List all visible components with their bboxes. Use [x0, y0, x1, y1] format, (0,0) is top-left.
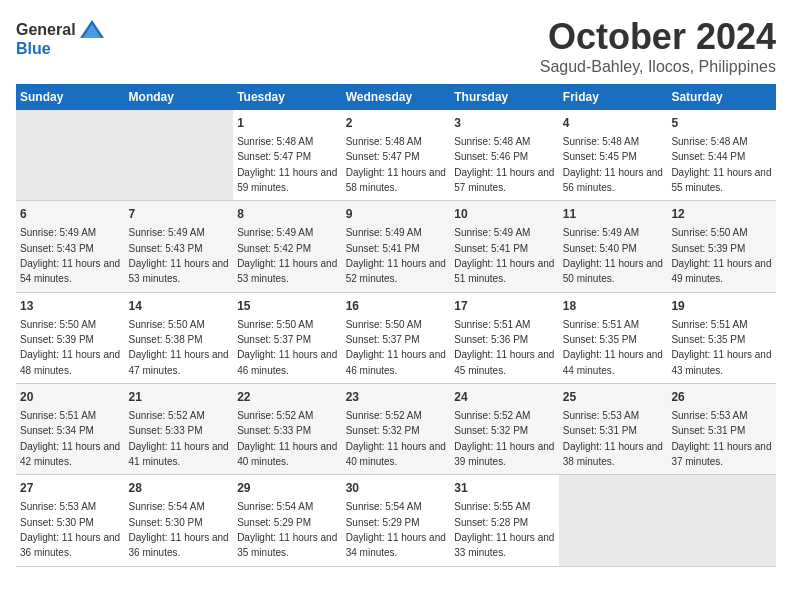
calendar-cell: 19 Sunrise: 5:51 AM Sunset: 5:35 PM Dayl…	[667, 292, 776, 383]
sunrise-text: Sunrise: 5:49 AM	[454, 227, 530, 238]
daylight-text: Daylight: 11 hours and 39 minutes.	[454, 441, 554, 467]
day-number: 5	[671, 115, 772, 132]
calendar-cell: 10 Sunrise: 5:49 AM Sunset: 5:41 PM Dayl…	[450, 201, 559, 292]
sunrise-text: Sunrise: 5:50 AM	[129, 319, 205, 330]
day-number: 1	[237, 115, 338, 132]
sunrise-text: Sunrise: 5:51 AM	[671, 319, 747, 330]
day-number: 24	[454, 389, 555, 406]
day-number: 30	[346, 480, 447, 497]
daylight-text: Daylight: 11 hours and 59 minutes.	[237, 167, 337, 193]
day-number: 26	[671, 389, 772, 406]
daylight-text: Daylight: 11 hours and 38 minutes.	[563, 441, 663, 467]
calendar-cell: 26 Sunrise: 5:53 AM Sunset: 5:31 PM Dayl…	[667, 384, 776, 475]
logo-blue-text: Blue	[16, 40, 51, 58]
day-of-week-header: Sunday	[16, 84, 125, 110]
month-title: October 2024	[540, 16, 776, 58]
day-number: 7	[129, 206, 230, 223]
calendar-week-row: 20 Sunrise: 5:51 AM Sunset: 5:34 PM Dayl…	[16, 384, 776, 475]
day-number: 25	[563, 389, 664, 406]
day-number: 6	[20, 206, 121, 223]
sunrise-text: Sunrise: 5:50 AM	[346, 319, 422, 330]
calendar-cell: 14 Sunrise: 5:50 AM Sunset: 5:38 PM Dayl…	[125, 292, 234, 383]
daylight-text: Daylight: 11 hours and 36 minutes.	[20, 532, 120, 558]
daylight-text: Daylight: 11 hours and 57 minutes.	[454, 167, 554, 193]
calendar-cell	[559, 475, 668, 566]
day-number: 3	[454, 115, 555, 132]
day-number: 8	[237, 206, 338, 223]
daylight-text: Daylight: 11 hours and 46 minutes.	[237, 349, 337, 375]
location-title: Sagud-Bahley, Ilocos, Philippines	[540, 58, 776, 76]
sunset-text: Sunset: 5:39 PM	[20, 334, 94, 345]
calendar-week-row: 27 Sunrise: 5:53 AM Sunset: 5:30 PM Dayl…	[16, 475, 776, 566]
sunset-text: Sunset: 5:41 PM	[346, 243, 420, 254]
day-number: 19	[671, 298, 772, 315]
calendar-cell: 1 Sunrise: 5:48 AM Sunset: 5:47 PM Dayli…	[233, 110, 342, 201]
sunrise-text: Sunrise: 5:53 AM	[20, 501, 96, 512]
calendar-cell: 13 Sunrise: 5:50 AM Sunset: 5:39 PM Dayl…	[16, 292, 125, 383]
day-number: 9	[346, 206, 447, 223]
daylight-text: Daylight: 11 hours and 40 minutes.	[346, 441, 446, 467]
logo: General Blue	[16, 16, 106, 58]
day-number: 13	[20, 298, 121, 315]
calendar-header: SundayMondayTuesdayWednesdayThursdayFrid…	[16, 84, 776, 110]
logo-general-text: General	[16, 21, 76, 39]
sunset-text: Sunset: 5:34 PM	[20, 425, 94, 436]
calendar-cell: 22 Sunrise: 5:52 AM Sunset: 5:33 PM Dayl…	[233, 384, 342, 475]
calendar-cell: 8 Sunrise: 5:49 AM Sunset: 5:42 PM Dayli…	[233, 201, 342, 292]
days-of-week-row: SundayMondayTuesdayWednesdayThursdayFrid…	[16, 84, 776, 110]
calendar-cell: 24 Sunrise: 5:52 AM Sunset: 5:32 PM Dayl…	[450, 384, 559, 475]
calendar-cell	[16, 110, 125, 201]
sunrise-text: Sunrise: 5:49 AM	[563, 227, 639, 238]
daylight-text: Daylight: 11 hours and 48 minutes.	[20, 349, 120, 375]
sunset-text: Sunset: 5:47 PM	[346, 151, 420, 162]
sunrise-text: Sunrise: 5:48 AM	[346, 136, 422, 147]
calendar-cell: 2 Sunrise: 5:48 AM Sunset: 5:47 PM Dayli…	[342, 110, 451, 201]
calendar-week-row: 13 Sunrise: 5:50 AM Sunset: 5:39 PM Dayl…	[16, 292, 776, 383]
day-number: 10	[454, 206, 555, 223]
daylight-text: Daylight: 11 hours and 47 minutes.	[129, 349, 229, 375]
day-number: 29	[237, 480, 338, 497]
sunrise-text: Sunrise: 5:54 AM	[346, 501, 422, 512]
day-number: 22	[237, 389, 338, 406]
sunset-text: Sunset: 5:43 PM	[20, 243, 94, 254]
sunrise-text: Sunrise: 5:54 AM	[237, 501, 313, 512]
day-of-week-header: Friday	[559, 84, 668, 110]
day-number: 15	[237, 298, 338, 315]
calendar-cell: 29 Sunrise: 5:54 AM Sunset: 5:29 PM Dayl…	[233, 475, 342, 566]
sunset-text: Sunset: 5:31 PM	[563, 425, 637, 436]
sunrise-text: Sunrise: 5:51 AM	[454, 319, 530, 330]
sunrise-text: Sunrise: 5:53 AM	[671, 410, 747, 421]
sunrise-text: Sunrise: 5:48 AM	[454, 136, 530, 147]
day-of-week-header: Wednesday	[342, 84, 451, 110]
daylight-text: Daylight: 11 hours and 52 minutes.	[346, 258, 446, 284]
logo-icon	[78, 16, 106, 44]
sunset-text: Sunset: 5:33 PM	[129, 425, 203, 436]
day-number: 2	[346, 115, 447, 132]
sunset-text: Sunset: 5:44 PM	[671, 151, 745, 162]
sunset-text: Sunset: 5:40 PM	[563, 243, 637, 254]
daylight-text: Daylight: 11 hours and 55 minutes.	[671, 167, 771, 193]
calendar-cell	[125, 110, 234, 201]
sunset-text: Sunset: 5:35 PM	[671, 334, 745, 345]
daylight-text: Daylight: 11 hours and 58 minutes.	[346, 167, 446, 193]
daylight-text: Daylight: 11 hours and 36 minutes.	[129, 532, 229, 558]
sunset-text: Sunset: 5:32 PM	[346, 425, 420, 436]
daylight-text: Daylight: 11 hours and 35 minutes.	[237, 532, 337, 558]
calendar-week-row: 6 Sunrise: 5:49 AM Sunset: 5:43 PM Dayli…	[16, 201, 776, 292]
daylight-text: Daylight: 11 hours and 33 minutes.	[454, 532, 554, 558]
daylight-text: Daylight: 11 hours and 45 minutes.	[454, 349, 554, 375]
sunset-text: Sunset: 5:43 PM	[129, 243, 203, 254]
calendar-cell: 16 Sunrise: 5:50 AM Sunset: 5:37 PM Dayl…	[342, 292, 451, 383]
sunrise-text: Sunrise: 5:50 AM	[20, 319, 96, 330]
calendar-table: SundayMondayTuesdayWednesdayThursdayFrid…	[16, 84, 776, 567]
calendar-body: 1 Sunrise: 5:48 AM Sunset: 5:47 PM Dayli…	[16, 110, 776, 566]
daylight-text: Daylight: 11 hours and 34 minutes.	[346, 532, 446, 558]
calendar-cell: 12 Sunrise: 5:50 AM Sunset: 5:39 PM Dayl…	[667, 201, 776, 292]
sunset-text: Sunset: 5:37 PM	[346, 334, 420, 345]
daylight-text: Daylight: 11 hours and 49 minutes.	[671, 258, 771, 284]
daylight-text: Daylight: 11 hours and 46 minutes.	[346, 349, 446, 375]
daylight-text: Daylight: 11 hours and 56 minutes.	[563, 167, 663, 193]
sunrise-text: Sunrise: 5:52 AM	[237, 410, 313, 421]
sunset-text: Sunset: 5:39 PM	[671, 243, 745, 254]
day-number: 11	[563, 206, 664, 223]
